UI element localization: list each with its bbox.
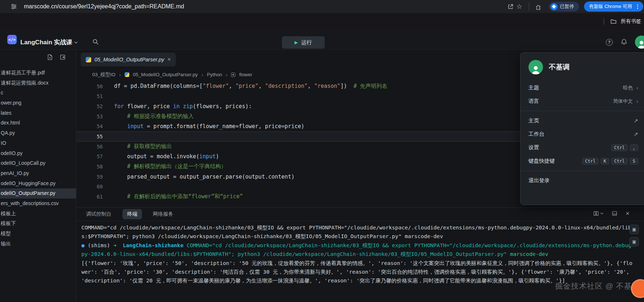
editor-tab[interactable]: 05_ModelIO_OutputParser.py × (81, 53, 176, 66)
line-number: 61 (76, 194, 103, 200)
explorer-actions (47, 54, 66, 60)
help-icon[interactable]: ? (606, 39, 613, 46)
app-logo[interactable]: </> (7, 35, 17, 44)
menu-divider (521, 111, 644, 111)
maximize-panel-icon[interactable] (612, 211, 617, 216)
terminal-output[interactable]: COMMAND="cd /cloudide/workspace/LangChai… (81, 223, 633, 285)
terminal-line: COMMAND="cd /cloudide/workspace/LangChai… (81, 223, 633, 241)
line-number: 57 (76, 154, 103, 159)
run-button[interactable]: ▶ 运行 (282, 36, 325, 49)
file-item[interactable]: lates (0, 108, 76, 118)
file-item[interactable]: 输出 (0, 239, 76, 249)
bookmarks-divider (604, 18, 604, 25)
new-file-icon[interactable] (47, 54, 53, 60)
user-avatar-large (528, 60, 543, 74)
file-item[interactable]: 模板上 (0, 209, 76, 219)
ide-header: </> LangChain 实战课 ▶ 运行 ? (0, 29, 644, 50)
user-menu-header: 不基调 (521, 53, 644, 79)
file-item[interactable]: dex.html (0, 118, 76, 128)
chevron-right-icon: › (636, 85, 638, 91)
username: 不基调 (549, 62, 570, 72)
menu-item[interactable]: 主页↗ (521, 114, 644, 127)
file-item[interactable]: 速鲜花员工手册.pdf (0, 68, 76, 78)
course-title[interactable]: LangChain 实战课 (20, 38, 73, 46)
file-item[interactable]: 模型 (0, 229, 76, 239)
file-item[interactable]: IO (0, 138, 76, 148)
file-item[interactable]: 模板下 (0, 219, 76, 229)
file-item[interactable]: odelIO.py (0, 148, 76, 159)
file-item[interactable]: odelIO_LoopCall.py (0, 158, 76, 168)
file-item[interactable]: ower.png (0, 98, 76, 108)
external-link-icon: ↗ (633, 118, 638, 124)
file-item[interactable]: QA.py (0, 128, 76, 138)
file-list: 速鲜花员工手册.pdf速鲜花运营指南.docxcower.pnglatesdex… (0, 68, 76, 249)
close-tab-icon[interactable]: × (167, 57, 171, 62)
juejin-extension-icon (551, 3, 558, 10)
site-settings-icon[interactable] (9, 2, 18, 11)
menu-item[interactable]: 工作台↗ (521, 127, 644, 141)
breadcrumb-item[interactable]: flower (239, 72, 252, 77)
file-item[interactable]: penAI_IO.py (0, 168, 76, 179)
line-number: 58 (76, 164, 103, 170)
terminal-panel-actions: × (593, 210, 629, 217)
browser-menu-icon[interactable]: ⋮ (635, 3, 640, 10)
breadcrumb-item[interactable]: 03_模型IO (92, 72, 116, 78)
screen: marscode.cn/course/9erl12yejee4qj?code_p… (0, 0, 644, 302)
editor-tab-label: 05_ModelIO_OutputParser.py (94, 57, 164, 62)
breadcrumb-separator-icon: › (201, 72, 203, 78)
terminal-action-icon-bottom[interactable]: ▣ (629, 237, 639, 246)
python-file-icon (86, 57, 91, 62)
user-menu-items: 主题暗色›语言简体中文›主页↗工作台↗设置Ctrl,键盘快捷键CtrlKCtrl… (521, 79, 644, 190)
file-item[interactable]: c (0, 88, 76, 98)
open-in-new-icon[interactable] (506, 2, 515, 11)
terminal-line: [{'flower': '玫瑰', 'price': '50', 'descri… (81, 259, 633, 285)
file-item[interactable]: ers_with_descriptions.csv (0, 199, 76, 209)
symbol-icon (231, 73, 235, 77)
external-link-icon: ↗ (633, 131, 638, 138)
line-number: 55 (76, 134, 103, 139)
user-avatar[interactable] (635, 36, 644, 49)
terminal-tab[interactable]: 网络服务 (153, 211, 173, 217)
breadcrumb-item[interactable]: Python (207, 72, 222, 77)
watermark: 掘金技术社区 @ 不基调 (555, 281, 640, 291)
menu-item[interactable]: 语言简体中文› (521, 94, 644, 108)
url-text[interactable]: marscode.cn/course/9erl12yejee4qj?code_p… (24, 3, 184, 10)
menu-item[interactable]: 主题暗色› (521, 81, 644, 94)
search-icon[interactable] (92, 38, 99, 45)
breadcrumb-item[interactable]: 05_ModelIO_OutputParser.py (133, 72, 198, 77)
extension-paused-badge[interactable]: 已暂停 (549, 2, 579, 12)
terminal-tab[interactable]: 调试控制台 (86, 211, 112, 217)
file-item[interactable]: odelIO_OutputParser.py (0, 188, 76, 199)
line-number: 56 (76, 144, 103, 150)
keyboard-shortcut-key: Ctrl (582, 158, 599, 164)
line-number: 50 (76, 83, 103, 89)
close-panel-icon[interactable]: × (625, 210, 629, 217)
chevron-down-icon[interactable] (73, 40, 78, 45)
keyboard-shortcut-key: Ctrl (611, 158, 628, 164)
all-bookmarks-button[interactable]: 所有书签 (621, 18, 641, 25)
extensions-icon[interactable] (534, 2, 543, 11)
open-editors-icon[interactable] (60, 54, 66, 60)
play-icon: ▶ (295, 40, 298, 45)
line-number: 54 (76, 123, 103, 129)
menu-item[interactable]: 设置Ctrl, (521, 141, 644, 154)
python-file-icon (125, 72, 129, 77)
breadcrumb-separator-icon: › (226, 72, 227, 78)
terminal-tab[interactable]: 终端 (122, 209, 142, 219)
chrome-update-button[interactable]: 有新版 Chrome 可用 ⋮ (584, 1, 643, 12)
keyboard-shortcut-key: K (601, 158, 609, 164)
line-number: 52 (76, 103, 103, 109)
toolbar-divider (529, 3, 529, 10)
notifications-icon[interactable] (620, 38, 628, 45)
terminal-action-icon-top[interactable]: ▣ (629, 225, 639, 234)
file-item[interactable]: odelIO_HuggingFace.py (0, 179, 76, 189)
split-terminal-icon[interactable] (593, 211, 604, 216)
menu-item[interactable]: 退出登录 (521, 174, 644, 187)
bookmark-star-icon[interactable]: ☆ (515, 2, 524, 11)
terminal-tabs: 调试控制台终端网络服务 (76, 208, 644, 221)
menu-item[interactable]: 键盘快捷键CtrlKCtrlS (521, 154, 644, 168)
file-item[interactable]: 速鲜花运营指南.docx (0, 78, 76, 88)
folder-icon (609, 17, 618, 26)
terminal-side-actions: ▣ ▣ (629, 225, 639, 246)
line-number: 51 (76, 93, 103, 99)
